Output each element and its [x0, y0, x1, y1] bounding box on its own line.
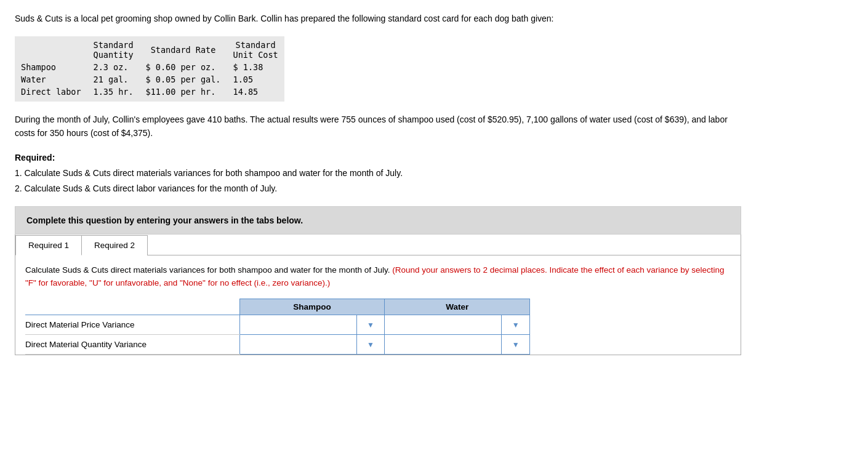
required-section: Required: 1. Calculate Suds & Cuts direc… [15, 150, 741, 197]
tab-required-2[interactable]: Required 2 [81, 235, 148, 255]
tabs-header: Required 1 Required 2 [15, 235, 741, 255]
row-labor-rate: $11.00 per hr. [140, 86, 227, 98]
instruction-plain: Calculate Suds & Cuts direct materials v… [25, 265, 390, 275]
results-paragraph: During the month of July, Collin's emplo… [15, 113, 741, 140]
arrow-icon: ▼ [512, 340, 520, 349]
row-labor-qty: 1.35 hr. [87, 86, 140, 98]
tab1-instruction: Calculate Suds & Cuts direct materials v… [25, 264, 731, 290]
row-shampoo-label: Shampoo [15, 61, 87, 73]
water-qty-variance-input[interactable] [390, 340, 496, 349]
row-labor-cost: 14.85 [227, 86, 284, 98]
col-header-water: Water [385, 299, 530, 315]
row-water-cost: 1.05 [227, 73, 284, 86]
row-shampoo-cost: $ 1.38 [227, 61, 284, 73]
water-price-variance-input[interactable] [390, 320, 496, 329]
water-price-variance-input-cell[interactable] [385, 315, 502, 335]
shampoo-qty-variance-input-cell[interactable] [239, 335, 356, 355]
required-item-1: 1. Calculate Suds & Cuts direct material… [15, 168, 403, 178]
required-item-2: 2. Calculate Suds & Cuts direct labor va… [15, 183, 277, 193]
shampoo-price-variance-input[interactable] [245, 320, 352, 329]
water-qty-variance-input-cell[interactable] [385, 335, 502, 355]
arrow-icon: ▼ [512, 321, 520, 329]
tabs-container: Required 1 Required 2 Calculate Suds & C… [15, 235, 741, 355]
arrow-icon: ▼ [367, 321, 374, 329]
standard-cost-table: StandardQuantity Standard Rate StandardU… [15, 36, 284, 102]
col-header-shampoo: Shampoo [239, 299, 385, 315]
table-row: Direct Material Price Variance ▼ ▼ [25, 315, 530, 335]
water-price-variance-arrow[interactable]: ▼ [502, 315, 530, 335]
quantity-variance-label: Direct Material Quantity Variance [25, 335, 239, 355]
row-water-qty: 21 gal. [87, 73, 140, 86]
row-water-rate: $ 0.05 per gal. [140, 73, 227, 86]
shampoo-price-variance-input-cell[interactable] [239, 315, 356, 335]
shampoo-price-variance-arrow[interactable]: ▼ [356, 315, 385, 335]
tab1-content: Calculate Suds & Cuts direct materials v… [15, 255, 741, 355]
intro-paragraph: Suds & Cuts is a local pet grooming shop… [15, 12, 741, 25]
required-label: Required: [15, 153, 55, 163]
shampoo-qty-variance-input[interactable] [245, 340, 352, 349]
shampoo-qty-variance-arrow[interactable]: ▼ [356, 335, 385, 355]
arrow-icon: ▼ [367, 340, 374, 349]
row-shampoo-rate: $ 0.60 per oz. [140, 61, 227, 73]
tab-required-1[interactable]: Required 1 [15, 235, 82, 255]
row-labor-label: Direct labor [15, 86, 87, 98]
water-qty-variance-arrow[interactable]: ▼ [502, 335, 530, 355]
price-variance-label: Direct Material Price Variance [25, 315, 239, 335]
table-row: Direct Material Quantity Variance ▼ ▼ [25, 335, 530, 355]
variance-table: Shampoo Water Direct Material Price Vari… [25, 299, 530, 355]
row-water-label: Water [15, 73, 87, 86]
complete-box: Complete this question by entering your … [15, 206, 741, 235]
row-shampoo-qty: 2.3 oz. [87, 61, 140, 73]
